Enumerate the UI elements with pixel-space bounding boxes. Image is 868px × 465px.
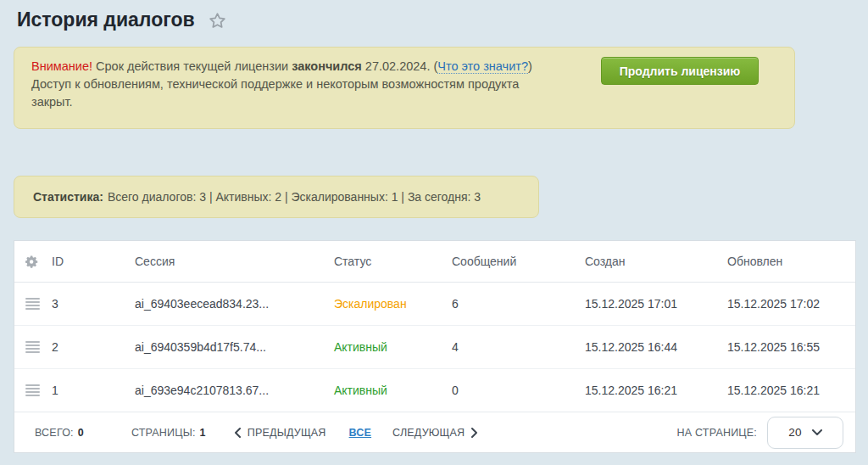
license-warning-banner: Внимание! Срок действия текущей лицензии…: [14, 47, 795, 129]
pages-value: 1: [200, 427, 206, 439]
license-expiry-date: 27.02.2024.: [365, 59, 431, 73]
license-expired-word: закончился: [292, 59, 362, 73]
favorite-star-icon[interactable]: [209, 12, 226, 30]
cell-id: 1: [52, 384, 135, 397]
grid-settings-gear-icon[interactable]: [25, 255, 38, 268]
chevron-right-icon: [470, 428, 478, 438]
next-page-button[interactable]: СЛЕДУЮЩАЯ: [392, 427, 478, 439]
total-label: ВСЕГО:: [35, 427, 74, 439]
dialog-history-page: История диалогов Внимание! Срок действия…: [0, 0, 868, 465]
per-page-label: НА СТРАНИЦЕ:: [677, 427, 757, 439]
table-row[interactable]: 1 ai_693e94c2107813.67... Активный 0 15.…: [14, 369, 855, 412]
statistics-bar: Статистика:Всего диалогов: 3 | Активных:…: [14, 176, 539, 218]
cell-messages: 4: [452, 340, 585, 354]
statistics-label: Статистика:: [33, 190, 103, 204]
status-badge: Активный: [334, 384, 452, 397]
warning-label: Внимание!: [31, 59, 92, 73]
row-menu-icon[interactable]: [25, 338, 40, 356]
license-text-1: Срок действия текущей лицензии: [96, 59, 288, 73]
grid-header-row: ID Сессия Статус Сообщений Создан Обновл…: [14, 241, 855, 283]
chevron-down-icon: [812, 429, 822, 436]
what-does-it-mean-link[interactable]: Что это значит?: [437, 59, 528, 74]
column-header-created[interactable]: Создан: [585, 255, 727, 268]
show-all-link[interactable]: ВСЕ: [349, 427, 372, 439]
cell-updated: 15.12.2025 17:02: [727, 297, 855, 311]
statistics-value: Всего диалогов: 3 | Активных: 2 | Эскали…: [108, 190, 481, 204]
cell-id: 3: [52, 297, 135, 311]
per-page-dropdown[interactable]: 20: [767, 417, 843, 449]
cell-created: 15.12.2025 17:01: [585, 297, 727, 311]
previous-page-button[interactable]: ПРЕДЫДУЩАЯ: [234, 427, 326, 439]
column-header-id[interactable]: ID: [52, 255, 135, 268]
cell-id: 2: [52, 340, 135, 354]
total-value: 0: [78, 427, 84, 439]
pages-counter: СТРАНИЦЫ: 1: [131, 427, 206, 439]
total-counter: ВСЕГО: 0: [35, 427, 84, 439]
cell-messages: 0: [452, 384, 585, 397]
cell-messages: 6: [452, 297, 585, 311]
cell-session: ai_6940359b4d17f5.74...: [135, 340, 334, 354]
column-header-session[interactable]: Сессия: [135, 255, 334, 268]
cell-created: 15.12.2025 16:44: [585, 340, 727, 354]
page-header: История диалогов: [0, 0, 868, 31]
cell-updated: 15.12.2025 16:21: [727, 384, 855, 397]
table-row[interactable]: 2 ai_6940359b4d17f5.74... Активный 4 15.…: [14, 326, 855, 369]
paren-close: ): [528, 59, 532, 73]
cell-session: ai_693e94c2107813.67...: [135, 384, 334, 397]
cell-updated: 15.12.2025 16:55: [727, 340, 855, 354]
cell-session: ai_69403eecead834.23...: [135, 297, 334, 311]
per-page-value: 20: [788, 426, 801, 439]
status-badge: Активный: [334, 340, 452, 354]
column-header-updated[interactable]: Обновлен: [727, 255, 855, 268]
page-title: История диалогов: [17, 8, 195, 31]
row-menu-icon[interactable]: [25, 381, 40, 400]
license-warning-text: Внимание! Срок действия текущей лицензии…: [31, 58, 564, 111]
table-row[interactable]: 3 ai_69403eecead834.23... Эскалирован 6 …: [14, 283, 855, 326]
dialogs-grid: ID Сессия Статус Сообщений Создан Обновл…: [14, 240, 856, 453]
column-header-status[interactable]: Статус: [334, 255, 452, 268]
status-badge: Эскалирован: [334, 297, 452, 311]
cell-created: 15.12.2025 16:21: [585, 384, 727, 397]
license-text-2: Доступ к обновлениям, технической поддер…: [31, 76, 564, 111]
row-menu-icon[interactable]: [25, 294, 40, 313]
grid-footer: ВСЕГО: 0 СТРАНИЦЫ: 1 ПРЕДЫДУЩАЯ ВСЕ СЛЕД…: [14, 412, 855, 452]
renew-license-button[interactable]: Продлить лицензию: [601, 57, 759, 85]
column-header-messages[interactable]: Сообщений: [452, 255, 585, 268]
pages-label: СТРАНИЦЫ:: [131, 427, 196, 439]
chevron-left-icon: [234, 428, 242, 438]
